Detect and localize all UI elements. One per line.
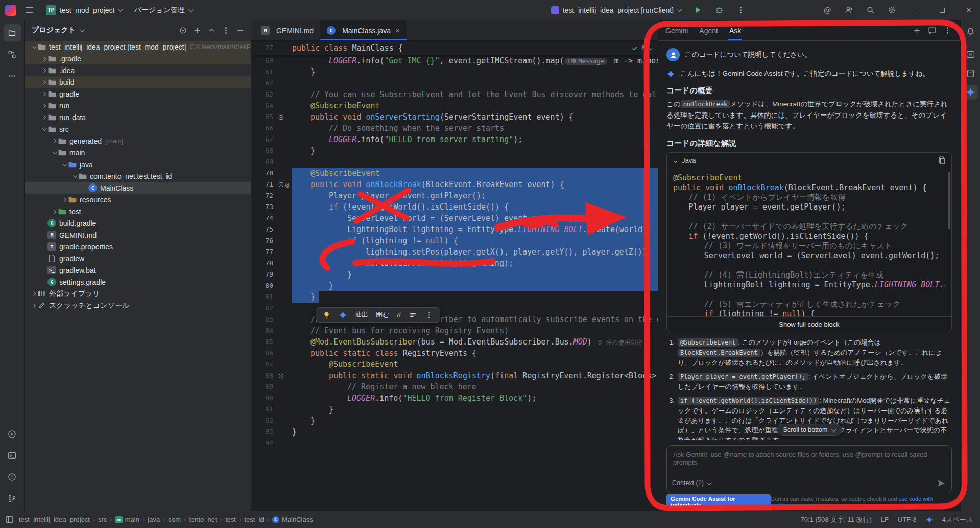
code-line[interactable]: 78world.addFreshEntity(lightning); — [251, 258, 658, 269]
tree-item[interactable]: com.tento_net.test.test_id — [25, 170, 251, 182]
code-line[interactable]: 92} — [251, 415, 658, 426]
maximize-button[interactable] — [931, 0, 953, 20]
tree-chevron-icon[interactable] — [32, 44, 36, 48]
tool-window-toggle-button[interactable] — [5, 515, 14, 524]
tree-item[interactable]: 外部ライブラリ — [25, 288, 251, 300]
editor-tab[interactable]: CMainClass.java× — [320, 20, 407, 40]
code-line[interactable]: 69 — [251, 156, 658, 168]
tree-chevron-icon[interactable] — [52, 209, 56, 213]
tree-item[interactable]: Gsettings.gradle — [25, 276, 251, 288]
minimize-button[interactable] — [904, 0, 927, 20]
tree-item[interactable]: generated[main] — [25, 135, 251, 147]
code-line[interactable]: 72Player player = event.getPlayer(); — [251, 190, 658, 201]
code-line[interactable]: 76if (lightning != null) { — [251, 235, 658, 246]
tree-chevron-icon[interactable] — [52, 139, 56, 143]
tree-chevron-icon[interactable] — [41, 68, 45, 72]
code-line[interactable]: if (!event.getWorld().isClientSide()) { — [673, 231, 945, 240]
tree-item[interactable]: MGEMINI.md — [25, 229, 251, 241]
editor-tab[interactable]: MGEMINI.md — [254, 20, 320, 40]
extract-button[interactable]: 抽出 — [352, 309, 371, 320]
code-line[interactable]: 89// Register a new block here — [251, 381, 658, 393]
code-line[interactable]: LightningBolt lightning = EntityType.LIG… — [673, 279, 945, 289]
breadcrumb-item[interactable]: test_id — [244, 516, 264, 523]
tool-gemini-button[interactable] — [963, 85, 978, 100]
breadcrumb-item[interactable]: java — [148, 516, 160, 523]
encoding[interactable]: UTF-8 — [898, 516, 917, 523]
breadcrumb-item[interactable]: CMainClass — [272, 516, 313, 523]
close-button[interactable]: × — [958, 0, 980, 20]
breadcrumb-item[interactable]: test_intellij_idea_project — [19, 516, 90, 523]
search-everywhere-button[interactable] — [862, 3, 879, 18]
code-line[interactable]: 60LOGGER.info("Got IMC {}", event.getIMC… — [251, 55, 658, 66]
listener-gutter-icon[interactable] — [278, 181, 284, 188]
code-line[interactable]: 77lightning.setPos(player.getX(), player… — [251, 246, 658, 258]
run-button[interactable] — [689, 3, 706, 18]
tree-item[interactable]: .idea — [25, 64, 251, 76]
tree-item[interactable]: ≡gradle.properties — [25, 241, 251, 252]
tree-item[interactable]: gradlew — [25, 252, 251, 264]
code-area[interactable]: 60LOGGER.info("Got IMC {}", event.getIMC… — [251, 55, 658, 511]
breadcrumb-item[interactable]: tento_net — [189, 516, 217, 523]
collapse-all-button[interactable] — [205, 24, 218, 37]
tree-item[interactable]: test_intellij_idea_project [test_mod_pro… — [25, 41, 251, 53]
mention-button[interactable]: @ — [819, 3, 836, 18]
gemini-actions-button[interactable] — [336, 310, 350, 320]
tool-run-button[interactable] — [4, 425, 21, 443]
tree-item[interactable]: build — [25, 76, 251, 88]
code-line[interactable]: 67LOGGER.info("HELLO from server startin… — [251, 134, 658, 145]
code-line[interactable] — [673, 289, 945, 299]
vcs-widget[interactable]: バージョン管理 — [130, 4, 196, 17]
indent-setting[interactable]: 4スペース — [942, 515, 973, 524]
code-line[interactable]: 94 — [251, 438, 658, 449]
code-line[interactable]: 81} — [251, 291, 658, 303]
gemini-input[interactable]: Ask Gemini, use @name to attach source f… — [666, 445, 952, 493]
tree-chevron-icon[interactable] — [53, 150, 57, 154]
tree-chevron-icon[interactable] — [41, 103, 45, 107]
code-line[interactable]: 73if (!event.getWorld().isClientSide()) … — [251, 201, 658, 213]
code-line[interactable]: @SubscribeEvent — [673, 172, 945, 182]
gemini-options-button[interactable] — [941, 24, 954, 37]
code-line[interactable]: 64@SubscribeEvent — [251, 100, 658, 111]
code-line[interactable]: 68} — [251, 145, 658, 156]
tool-problems-button[interactable] — [4, 468, 21, 486]
code-line[interactable]: // (5) 雷エンティティが正しく生成されたかチェック — [673, 299, 945, 308]
code-line[interactable]: 88public static void onBlocksRegistry(fi… — [251, 370, 658, 381]
run-config-selector[interactable]: test_intellij_idea_project [runClient] — [547, 4, 685, 16]
line-ending[interactable]: LF — [881, 516, 889, 523]
code-line[interactable]: ServerLevel world = (ServerLevel) event.… — [673, 250, 945, 260]
code-line[interactable] — [673, 211, 945, 221]
gemini-tab-agent[interactable]: Agent — [698, 20, 719, 40]
gemini-plan-badge[interactable]: Gemini Code Assist for individuals — [666, 494, 771, 510]
code-line[interactable]: 83// You can use EventBusSubscriber to a… — [251, 314, 658, 325]
debug-button[interactable] — [710, 3, 728, 18]
tree-chevron-icon[interactable] — [62, 197, 66, 201]
gemini-status-icon[interactable] — [926, 516, 933, 523]
tree-item[interactable]: run — [25, 100, 251, 111]
code-line[interactable]: 93} — [251, 426, 658, 438]
project-panel-title[interactable]: プロジェクト — [32, 26, 76, 35]
code-with-me-button[interactable] — [840, 3, 857, 18]
code-line[interactable]: Player player = event.getPlayer(); — [673, 201, 945, 211]
code-line[interactable]: // (4) 雷(LightningBolt)エンティティを生成 — [673, 269, 945, 279]
tree-chevron-icon[interactable] — [41, 56, 45, 60]
more-actions-button[interactable] — [422, 310, 437, 320]
code-line[interactable]: public void onBlockBreak(BlockEvent.Brea… — [673, 182, 945, 192]
show-full-code-button[interactable]: Show full code block — [667, 316, 951, 332]
close-tab-icon[interactable]: × — [395, 26, 400, 35]
tree-item[interactable]: >_gradlew.bat — [25, 264, 251, 276]
code-line[interactable]: // (1) イベントからプレイヤー情報を取得 — [673, 192, 945, 201]
tree-item[interactable]: java — [25, 158, 251, 170]
language-selector[interactable]: Java — [672, 156, 696, 164]
more-run-actions-button[interactable] — [732, 3, 749, 18]
tree-item[interactable]: test — [25, 205, 251, 217]
breadcrumb-item[interactable]: src — [98, 516, 107, 523]
tool-notifications-button[interactable] — [963, 24, 978, 39]
tree-item[interactable]: run-data — [25, 111, 251, 123]
code-line[interactable]: 87@SubscribeEvent — [251, 359, 658, 370]
tree-chevron-icon[interactable] — [41, 115, 45, 119]
code-line[interactable]: 63// You can use SubscribeEvent and let … — [251, 89, 658, 100]
gemini-tab-gemini[interactable]: Gemini — [664, 20, 689, 40]
tool-version-control-button[interactable] — [4, 490, 21, 507]
tool-database-button[interactable] — [963, 66, 978, 81]
tree-item[interactable]: CMainClass — [25, 182, 251, 194]
